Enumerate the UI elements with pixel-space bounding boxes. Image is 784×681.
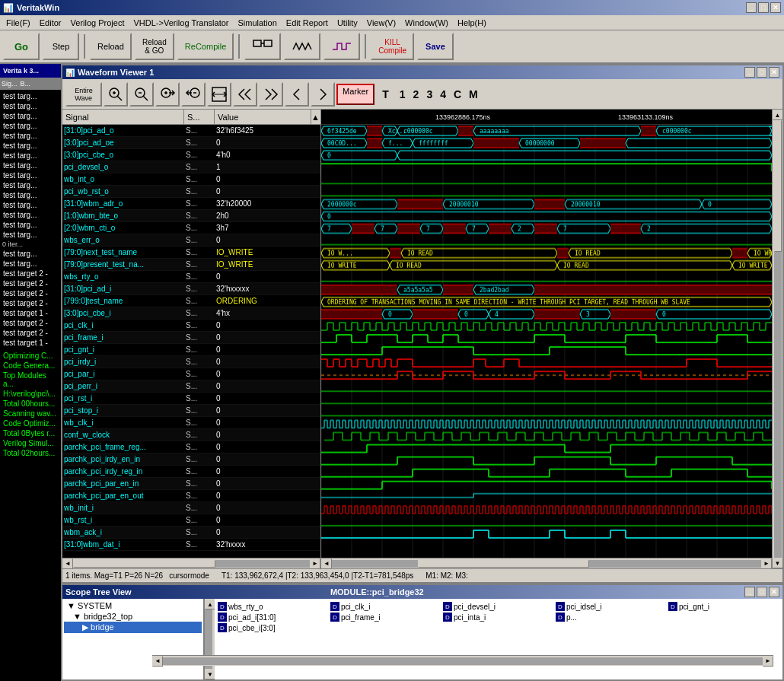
signal-col-val: Value	[215, 110, 311, 124]
toolbar-sep-1	[84, 34, 85, 59]
kill-compile-button[interactable]: KILLCompile	[371, 33, 414, 60]
menu-editor[interactable]: Editor	[35, 17, 66, 29]
signal-icon	[331, 37, 352, 56]
back-back-icon	[237, 86, 253, 103]
icon6-button[interactable]	[323, 33, 360, 60]
zoom-in-button[interactable]	[104, 82, 128, 107]
scope-signal[interactable]: Dpci_idsel_i	[556, 602, 667, 611]
vscroll-thumb[interactable]	[774, 120, 782, 252]
scope-hscroll[interactable]: ◄ ►	[152, 655, 773, 666]
go-button[interactable]: Go	[3, 33, 40, 60]
scope-signal[interactable]: Dp...	[556, 613, 667, 622]
scroll-track[interactable]	[73, 560, 310, 568]
menu-utility[interactable]: Utility	[333, 17, 362, 29]
menu-verilog[interactable]: Verilog Project	[66, 17, 129, 29]
scroll-button[interactable]: ▲	[311, 113, 320, 122]
list-item: test targ...	[2, 131, 59, 141]
signal-hscroll[interactable]: ◄ ►	[62, 558, 320, 568]
back-back-button[interactable]	[233, 82, 257, 107]
scope-signal[interactable]: Dpci_devsel_i	[443, 602, 554, 611]
reload-button[interactable]: Reload	[90, 33, 132, 60]
main-toolbar: Go Step Reload Reload& GO ReCompile KILL…	[0, 30, 784, 64]
signal-row: pci_gnt_iS...0	[62, 344, 320, 356]
zoom-out-button[interactable]	[129, 82, 154, 107]
step-button[interactable]: Step	[43, 33, 79, 60]
maximize-button[interactable]: □	[758, 2, 769, 13]
scope-bridge[interactable]: ▶ bridge	[64, 622, 202, 633]
scope-signal[interactable]: Dpci_clk_i	[330, 602, 441, 611]
waveform-bottom-status: 1 items. Mag=T1 P=26 N=26 cursormode T1:…	[62, 568, 782, 582]
scope-signal[interactable]: Dpci_cbe_i[3:0]	[218, 623, 329, 632]
fit-button[interactable]	[207, 82, 231, 107]
scope-tree-vscroll[interactable]: ▲ ▼	[204, 599, 215, 679]
vscroll-track[interactable]	[774, 120, 782, 558]
left-status-panel: Optimizing C... Code Genera... Top Modul…	[0, 349, 61, 460]
wf-scroll-thumb[interactable]	[418, 560, 590, 568]
scroll-left-button[interactable]	[181, 82, 206, 107]
save-button[interactable]: Save	[417, 33, 454, 60]
menu-simulation[interactable]: Simulation	[234, 17, 282, 29]
scope-vscroll-up[interactable]: ▲	[205, 599, 215, 609]
waveform-maximize[interactable]: □	[757, 67, 767, 78]
entire-wave-button[interactable]: EntireWave	[65, 82, 102, 107]
status-item: Optimizing C...	[2, 351, 59, 361]
waveform-minimize[interactable]: _	[744, 67, 755, 78]
status-item: Top Modules a...	[2, 371, 59, 389]
list-item: test targ...	[2, 230, 59, 240]
scroll-left-arrow[interactable]: ◄	[62, 558, 73, 569]
signal-row: wb_clk_iS...0	[62, 417, 320, 429]
wf-scroll-right[interactable]: ►	[761, 558, 772, 569]
marker-button[interactable]: Marker	[336, 84, 374, 105]
scope-signal[interactable]: Dpci_gnt_i	[668, 602, 779, 611]
close-button[interactable]: ✕	[770, 2, 781, 13]
scope-hscroll-track[interactable]	[163, 657, 763, 665]
minimize-button[interactable]: _	[746, 2, 757, 13]
scope-vscroll-down[interactable]: ▼	[205, 669, 215, 679]
vscroll-up[interactable]: ▲	[773, 110, 783, 120]
waveform-canvas[interactable]	[321, 125, 772, 558]
reload-go-button[interactable]: Reload& GO	[135, 33, 174, 60]
signal-icon: D	[556, 602, 565, 611]
fit-icon	[211, 86, 228, 103]
icon4-button[interactable]	[244, 33, 281, 60]
sig-label: pci_clk_i	[341, 603, 370, 611]
scope-signal[interactable]: Dpci_ad_i[31:0]	[218, 613, 329, 622]
signal-row: parchk_pci_irdy_reg_inS...0	[62, 466, 320, 478]
menu-view[interactable]: View(V)	[362, 17, 400, 29]
menu-edit-report[interactable]: Edit Report	[282, 17, 333, 29]
scope-hscroll-left[interactable]: ◄	[152, 656, 163, 667]
waveform-close[interactable]: ✕	[769, 67, 779, 78]
waveform-content: Signal S... Value ▲ [31:0]pci_ad_oS...32…	[62, 110, 782, 568]
menu-vhdl[interactable]: VHDL->Verilog Translator	[129, 17, 233, 29]
waveform-vscroll[interactable]: ▲ ▼	[772, 110, 782, 568]
scope-bridge32-top[interactable]: ▼ bridge32_top	[64, 611, 202, 622]
menu-window[interactable]: Window(W)	[400, 17, 453, 29]
signal-row: wb_int_oS...0	[62, 173, 320, 186]
scroll-thumb[interactable]	[73, 560, 215, 568]
back-button[interactable]	[285, 82, 309, 107]
scope-signal[interactable]: Dpci_inta_i	[443, 613, 554, 622]
recompile-button[interactable]: ReCompile	[177, 33, 234, 60]
zoom-in-icon	[107, 86, 124, 103]
forward-button[interactable]	[311, 82, 335, 107]
menu-file[interactable]: File(F)	[2, 17, 35, 29]
scope-minimize[interactable]: _	[744, 587, 755, 597]
icon5-button[interactable]	[284, 33, 320, 60]
scope-signal[interactable]: Dwbs_rty_o	[218, 602, 329, 611]
scope-system[interactable]: ▼ SYSTEM	[64, 600, 202, 611]
wf-scroll-left[interactable]: ◄	[321, 558, 332, 569]
scope-signal[interactable]: Dpci_frame_i	[330, 613, 441, 622]
forward-forward-button[interactable]	[259, 82, 283, 107]
scope-window: Scope Tree View MODULE::pci_bridge32 _ □…	[61, 584, 784, 681]
waveform-hscroll[interactable]: ◄ ►	[321, 558, 772, 568]
vscroll-down[interactable]: ▼	[773, 558, 783, 568]
scroll-right-arrow[interactable]: ►	[310, 558, 320, 569]
scroll-right-button[interactable]	[155, 82, 180, 107]
signal-row: parchk_pci_irdy_en_inS...0	[62, 453, 320, 466]
app-title: VeritakWin	[17, 3, 59, 12]
menu-help[interactable]: Help(H)	[453, 17, 491, 29]
wf-scroll-track[interactable]	[332, 560, 761, 568]
scope-close[interactable]: ✕	[769, 587, 779, 597]
scope-maximize[interactable]: □	[757, 587, 767, 597]
scope-hscroll-right[interactable]: ►	[763, 656, 773, 667]
